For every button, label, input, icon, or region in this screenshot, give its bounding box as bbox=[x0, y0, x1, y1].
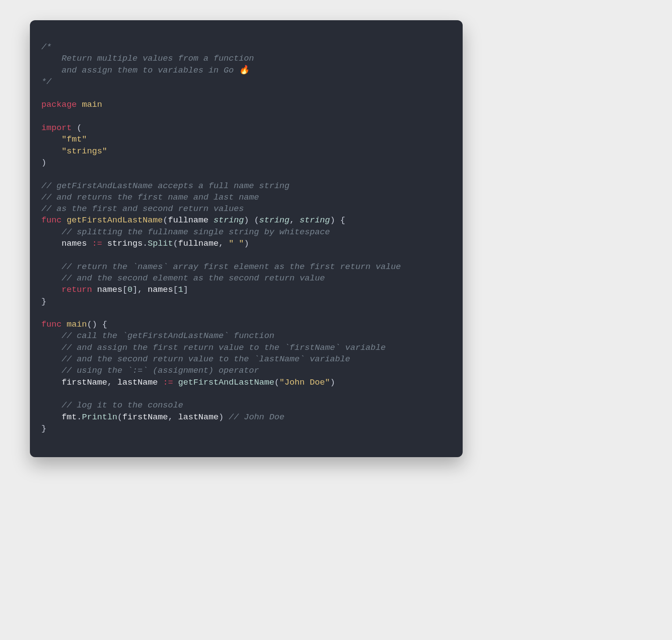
code-line: } bbox=[41, 424, 47, 433]
code-line: /* bbox=[41, 42, 51, 52]
code-token: // and assign the first return value to … bbox=[62, 343, 386, 353]
code-line: names := strings.Split(fullname, " ") bbox=[41, 239, 249, 248]
code-token: , bbox=[289, 215, 295, 225]
code-token bbox=[41, 412, 62, 422]
code-block: /* Return multiple values from a functio… bbox=[41, 41, 451, 434]
code-token bbox=[72, 123, 77, 133]
code-token: firstName bbox=[122, 412, 168, 422]
code-token: return bbox=[62, 285, 92, 295]
code-token bbox=[41, 285, 62, 295]
code-token: [ bbox=[122, 285, 128, 295]
code-line: // return the `names` array first elemen… bbox=[41, 262, 401, 272]
code-token: ( bbox=[117, 412, 123, 422]
code-line: } bbox=[41, 297, 47, 306]
code-line: func main() { bbox=[41, 320, 107, 329]
code-token: func bbox=[41, 320, 62, 329]
code-token: Println bbox=[82, 412, 117, 422]
code-token: ( bbox=[274, 378, 280, 387]
code-token: ) bbox=[219, 412, 224, 422]
code-line: package main bbox=[41, 100, 102, 109]
code-token: main bbox=[82, 100, 102, 109]
code-token bbox=[41, 366, 62, 375]
code-token bbox=[62, 320, 67, 329]
code-token bbox=[87, 239, 92, 248]
code-token: { bbox=[340, 215, 345, 225]
code-card: /* Return multiple values from a functio… bbox=[30, 20, 463, 457]
code-token: { bbox=[102, 320, 107, 329]
code-token: ( bbox=[254, 215, 259, 225]
code-token bbox=[102, 239, 107, 248]
code-token bbox=[112, 378, 117, 387]
code-token: // splitting the fullname single string … bbox=[62, 227, 330, 237]
code-line: return names[0], names[1] bbox=[41, 285, 188, 295]
code-token: 0 bbox=[128, 285, 133, 295]
code-line: // using the `:=` (assignment) operator bbox=[41, 366, 259, 375]
code-token: ) bbox=[244, 215, 249, 225]
code-token: 1 bbox=[178, 285, 183, 295]
code-token: ( bbox=[163, 215, 168, 225]
code-token bbox=[224, 239, 229, 248]
code-token: // using the `:=` (assignment) operator bbox=[62, 366, 259, 375]
code-token: /* bbox=[41, 42, 51, 52]
code-token: Return multiple values from a function bbox=[41, 54, 254, 63]
code-token bbox=[295, 215, 300, 225]
code-token: string bbox=[214, 215, 244, 225]
code-token bbox=[62, 215, 67, 225]
code-token: " " bbox=[229, 239, 244, 248]
code-token: fmt bbox=[62, 412, 77, 422]
code-line: */ bbox=[41, 77, 51, 87]
code-line: // log it to the console bbox=[41, 400, 183, 410]
code-token bbox=[41, 343, 62, 353]
code-line: // and the second element as the second … bbox=[41, 273, 325, 283]
code-token: } bbox=[41, 297, 47, 306]
code-token: "John Doe" bbox=[279, 378, 330, 387]
code-token: func bbox=[41, 215, 62, 225]
code-token: import bbox=[41, 123, 72, 133]
code-token bbox=[41, 354, 62, 364]
code-token: := bbox=[92, 239, 102, 248]
code-token: ) bbox=[41, 158, 47, 167]
code-token: names bbox=[62, 239, 87, 248]
code-line: // and assign the first return value to … bbox=[41, 343, 386, 353]
code-line: // call the `getFirstAndLastName` functi… bbox=[41, 331, 274, 341]
code-token: names bbox=[148, 285, 173, 295]
code-token: ( bbox=[173, 239, 178, 248]
code-token: "strings" bbox=[62, 146, 107, 156]
code-token: fullname bbox=[168, 215, 208, 225]
code-token: names bbox=[97, 285, 123, 295]
code-token: getFirstAndLastName bbox=[67, 215, 163, 225]
code-token bbox=[77, 100, 82, 109]
code-token: ( bbox=[77, 123, 82, 133]
code-token: . bbox=[77, 412, 82, 422]
code-token: } bbox=[41, 424, 47, 433]
code-line: "strings" bbox=[41, 146, 107, 156]
code-token: ) bbox=[330, 378, 335, 387]
code-token bbox=[335, 215, 340, 225]
code-token: string bbox=[299, 215, 330, 225]
code-token: "fmt" bbox=[62, 135, 87, 144]
code-line: func getFirstAndLastName(fullname string… bbox=[41, 215, 345, 225]
code-line: "fmt" bbox=[41, 135, 87, 144]
code-line: and assign them to variables in Go 🔥 bbox=[41, 65, 249, 75]
code-token: lastName bbox=[117, 378, 158, 387]
code-line: // getFirstAndLastName accepts a full na… bbox=[41, 181, 289, 191]
code-token: , bbox=[138, 285, 143, 295]
code-token: // log it to the console bbox=[62, 400, 183, 410]
code-token bbox=[208, 215, 214, 225]
code-token bbox=[142, 285, 148, 295]
code-token: getFirstAndLastName bbox=[178, 378, 274, 387]
code-token: // and returns the first name and last n… bbox=[41, 193, 259, 202]
code-token bbox=[173, 378, 178, 387]
code-token: . bbox=[142, 239, 148, 248]
code-line: // and the second return value to the `l… bbox=[41, 354, 350, 364]
code-token: // call the `getFirstAndLastName` functi… bbox=[62, 331, 274, 341]
code-token bbox=[41, 146, 62, 156]
code-token: // and the second element as the second … bbox=[62, 273, 325, 283]
code-token: strings bbox=[107, 239, 143, 248]
code-token bbox=[41, 331, 62, 341]
code-token bbox=[97, 320, 102, 329]
code-token: // John Doe bbox=[229, 412, 285, 422]
code-line: // splitting the fullname single string … bbox=[41, 227, 330, 237]
code-line: firstName, lastName := getFirstAndLastNa… bbox=[41, 378, 335, 387]
code-token bbox=[41, 273, 62, 283]
